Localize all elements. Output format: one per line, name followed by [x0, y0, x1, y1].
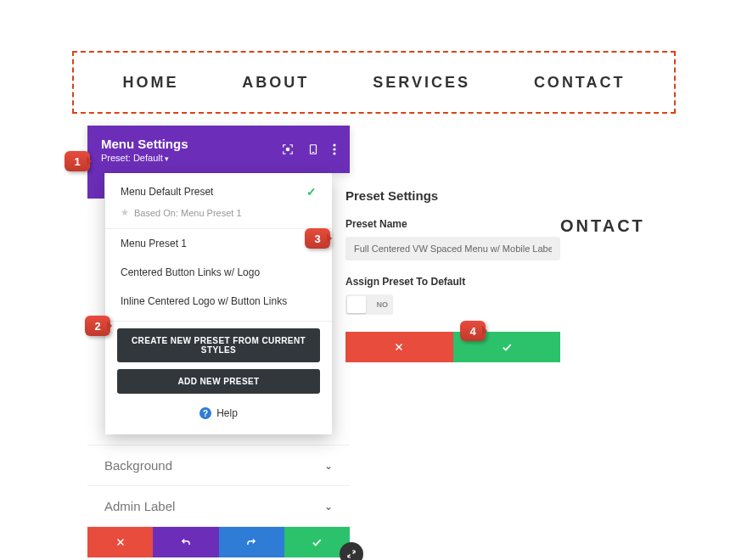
- panel-action-bar: [87, 527, 350, 557]
- accordion-background-label: Background: [104, 458, 172, 473]
- help-link[interactable]: ? Help: [105, 394, 332, 428]
- preset-name-label: Preset Name: [345, 218, 560, 230]
- chevron-down-icon: ⌄: [324, 460, 333, 472]
- nav-item-about[interactable]: ABOUT: [242, 74, 309, 92]
- accordion-admin-label-label: Admin Label: [104, 499, 175, 513]
- more-icon[interactable]: [333, 143, 336, 155]
- preset-name-input[interactable]: [345, 237, 560, 260]
- preset-settings-title: Preset Settings: [345, 188, 560, 203]
- assign-default-label: Assign Preset To Default: [345, 276, 560, 288]
- nav-item-home[interactable]: HOME: [122, 74, 178, 92]
- callout-4: 4: [460, 321, 486, 341]
- preset-settings-panel: Preset Settings Preset Name Assign Prese…: [345, 183, 560, 362]
- preset-based-on: ★ Based On: Menu Preset 1: [105, 207, 332, 229]
- preset-item-3[interactable]: Inline Centered Logo w/ Button Links: [105, 287, 332, 316]
- divider: [105, 321, 332, 322]
- help-icon: ?: [199, 407, 211, 419]
- preset-settings-actions: [345, 332, 560, 362]
- accordion-admin-label[interactable]: Admin Label ⌄: [87, 486, 350, 527]
- preset-based-on-text: Based On: Menu Preset 1: [134, 208, 242, 218]
- svg-point-3: [333, 143, 335, 146]
- cancel-button[interactable]: [87, 527, 153, 557]
- redo-button[interactable]: [219, 527, 284, 557]
- help-text: Help: [216, 407, 238, 419]
- resize-handle[interactable]: [340, 542, 363, 560]
- create-preset-button[interactable]: CREATE NEW PRESET FROM CURRENT STYLES: [117, 328, 320, 362]
- toggle-knob: [347, 296, 366, 313]
- callout-1: 1: [65, 151, 90, 171]
- panel-title: Menu Settings: [101, 137, 282, 151]
- nav-item-contact[interactable]: CONTACT: [534, 74, 626, 92]
- selected-menu-module[interactable]: HOME ABOUT SERVICES CONTACT: [72, 51, 676, 114]
- menu-settings-panel: Menu Settings Preset: Default: [87, 126, 350, 173]
- assign-default-toggle[interactable]: NO: [345, 294, 393, 315]
- preset-item-1[interactable]: Menu Preset 1: [105, 229, 332, 258]
- callout-2: 2: [85, 316, 110, 336]
- preset-item-2[interactable]: Centered Button Links w/ Logo: [105, 258, 332, 287]
- star-icon: ★: [121, 207, 129, 218]
- panel-tab-strip: [87, 173, 104, 199]
- svg-point-4: [333, 148, 335, 150]
- preset-default-item[interactable]: Menu Default Preset ✓: [105, 173, 332, 207]
- nav-item-services[interactable]: SERVICES: [373, 74, 470, 92]
- panel-header: Menu Settings Preset: Default: [87, 126, 350, 173]
- callout-3: 3: [305, 228, 330, 249]
- chevron-down-icon: ⌄: [324, 501, 333, 512]
- focus-icon[interactable]: [282, 143, 294, 155]
- undo-button[interactable]: [153, 527, 218, 557]
- preset-default-label: Menu Default Preset: [121, 186, 213, 198]
- check-icon: ✓: [306, 185, 317, 199]
- background-nav-fragment: ONTACT: [560, 216, 645, 236]
- accordion-background[interactable]: Background ⌄: [87, 445, 350, 486]
- responsive-icon[interactable]: [307, 143, 319, 155]
- preset-cancel-button[interactable]: [345, 332, 453, 362]
- preset-dropdown-trigger[interactable]: Preset: Default: [101, 153, 282, 163]
- preset-popover: Menu Default Preset ✓ ★ Based On: Menu P…: [105, 173, 332, 434]
- svg-point-0: [286, 148, 289, 151]
- add-preset-button[interactable]: ADD NEW PRESET: [117, 369, 320, 394]
- toggle-off-text: NO: [377, 300, 389, 309]
- svg-point-5: [333, 152, 335, 154]
